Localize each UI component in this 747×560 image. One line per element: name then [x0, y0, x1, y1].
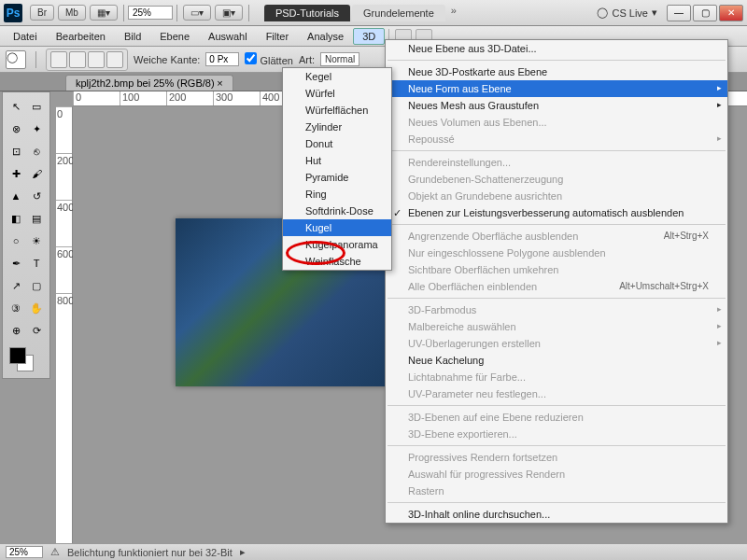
- art-select[interactable]: Normal: [320, 52, 359, 66]
- mode-new[interactable]: [50, 51, 67, 68]
- workspace-tab-psd-tutorials[interactable]: PSD-Tutorials: [264, 5, 350, 21]
- menu3d-item: Rendereinstellungen...: [386, 154, 727, 171]
- menu3d-item: Grundebenen-Schattenerzeugung: [386, 171, 727, 188]
- menu-3d[interactable]: 3D: [353, 28, 385, 45]
- zoom-level[interactable]: 25%: [128, 6, 173, 20]
- view-extras-button[interactable]: ▦▾: [90, 5, 118, 21]
- menu-bearbeiten[interactable]: Bearbeiten: [47, 28, 115, 45]
- menu3d-item: 3D-Ebene exportieren...: [386, 426, 727, 442]
- workspace-more-icon[interactable]: »: [451, 5, 457, 21]
- menu3d-item: Repoussé: [386, 131, 727, 147]
- submenu-item-donut[interactable]: Donut: [283, 135, 391, 152]
- titlebar: Ps Br Mb ▦▾ 25% ▭▾ ▣▾ PSD-Tutorials Grun…: [0, 0, 747, 26]
- tool-gradient[interactable]: ▤: [27, 208, 46, 229]
- toolbox: ↖▭⊗✦⊡⎋✚🖌▲↺◧▤○☀✒T↗▢③✋⊕⟳: [2, 91, 50, 379]
- feather-input[interactable]: [205, 52, 239, 66]
- mode-intersect[interactable]: [106, 51, 123, 68]
- menu3d-item[interactable]: Ebenen zur Leistungsverbesserung automat…: [386, 204, 727, 221]
- tool-dodge[interactable]: ☀: [27, 231, 46, 251]
- cslive-icon: ◯: [597, 7, 608, 19]
- menu-analyse[interactable]: Analyse: [298, 28, 353, 45]
- tool-zoom[interactable]: ⊕: [7, 320, 25, 341]
- status-message: Belichtung funktioniert nur bei 32-Bit: [67, 547, 233, 558]
- menu3d-item[interactable]: 3D-Inhalt online durchsuchen...: [386, 506, 727, 523]
- menu-ebene[interactable]: Ebene: [150, 28, 199, 45]
- tool-lasso[interactable]: ⊗: [7, 119, 25, 139]
- submenu-item-weinflasche[interactable]: Weinflasche: [283, 253, 391, 270]
- tool-wand[interactable]: ✦: [27, 119, 46, 139]
- status-zoom-input[interactable]: [6, 546, 43, 558]
- tool-history[interactable]: ↺: [27, 186, 46, 206]
- minimize-button[interactable]: —: [667, 5, 691, 21]
- menu-3d-dropdown: Neue Ebene aus 3D-Datei...Neue 3D-Postka…: [385, 39, 728, 524]
- bridge-button[interactable]: Br: [30, 5, 54, 21]
- menu3d-item[interactable]: Neue Ebene aus 3D-Datei...: [386, 40, 727, 57]
- tool-eraser[interactable]: ◧: [7, 208, 25, 229]
- menu3d-item: Neues Volumen aus Ebenen...: [386, 114, 727, 131]
- screen-mode-button[interactable]: ▣▾: [215, 5, 243, 21]
- menu3d-item[interactable]: Neue Kachelung: [386, 352, 727, 369]
- menu3d-item: Malbereiche auswählen: [386, 318, 727, 335]
- tool-rotate[interactable]: ⟳: [27, 320, 46, 341]
- arrange-button[interactable]: ▭▾: [183, 5, 211, 21]
- submenu-item-kugel[interactable]: Kugel: [283, 219, 391, 236]
- tool-path[interactable]: ↗: [7, 275, 25, 296]
- tool-heal[interactable]: ✚: [7, 163, 25, 184]
- tool-move[interactable]: ↖: [7, 96, 25, 117]
- menu3d-item[interactable]: Neue 3D-Postkarte aus Ebene: [386, 63, 727, 80]
- submenu-item-softdrinkdose[interactable]: Softdrink-Dose: [283, 203, 391, 219]
- tool-3d[interactable]: ③: [7, 298, 25, 318]
- cslive-label[interactable]: CS Live: [612, 7, 648, 19]
- submenu-item-ring[interactable]: Ring: [283, 186, 391, 203]
- app-logo: Ps: [4, 4, 22, 22]
- mode-add[interactable]: [69, 51, 86, 68]
- tool-type[interactable]: T: [27, 253, 46, 273]
- tool-marquee[interactable]: ▭: [27, 96, 46, 117]
- menu-auswahl[interactable]: Auswahl: [199, 28, 257, 45]
- document-tab[interactable]: kplj2th2.bmp bei 25% (RGB/8) ×: [65, 75, 233, 91]
- minibridge-button[interactable]: Mb: [58, 5, 86, 21]
- submenu-item-wrfelflchen[interactable]: Würfelflächen: [283, 102, 391, 119]
- tool-hand[interactable]: ✋: [27, 298, 46, 318]
- menu3d-item[interactable]: Neue Form aus Ebene: [386, 80, 727, 97]
- foreground-color[interactable]: [9, 347, 26, 364]
- menu3d-item: Auswahl für progressives Rendern: [386, 466, 727, 483]
- chevron-down-icon[interactable]: ▾: [652, 7, 657, 19]
- antialias-checkbox[interactable]: Glätten: [245, 52, 293, 66]
- maximize-button[interactable]: ▢: [693, 5, 717, 21]
- submenu-neue-form: KegelWürfelWürfelflächenZylinderDonutHut…: [282, 67, 392, 271]
- close-button[interactable]: ✕: [719, 5, 743, 21]
- menu3d-item: Angrenzende Oberfläche ausblendenAlt+Str…: [386, 228, 727, 245]
- tool-blur[interactable]: ○: [7, 231, 25, 251]
- menu-bild[interactable]: Bild: [115, 28, 150, 45]
- menu-filter[interactable]: Filter: [257, 28, 298, 45]
- tool-brush[interactable]: 🖌: [27, 163, 46, 184]
- menu3d-item: Progressives Rendern fortsetzen: [386, 449, 727, 466]
- submenu-item-hut[interactable]: Hut: [283, 152, 391, 169]
- tool-crop[interactable]: ⊡: [7, 141, 25, 161]
- menu3d-item: Objekt an Grundebene ausrichten: [386, 188, 727, 204]
- art-label: Art:: [299, 54, 315, 65]
- submenu-item-kegel[interactable]: Kegel: [283, 68, 391, 85]
- close-tab-icon[interactable]: ×: [217, 77, 222, 89]
- submenu-item-zylinder[interactable]: Zylinder: [283, 119, 391, 135]
- feather-label: Weiche Kante:: [134, 54, 200, 65]
- mode-subtract[interactable]: [88, 51, 105, 68]
- status-info-icon[interactable]: ⚠: [50, 546, 60, 558]
- tool-shape[interactable]: ▢: [27, 275, 46, 296]
- workspace-tab-grundelemente[interactable]: Grundelemente: [352, 5, 445, 21]
- color-swatches[interactable]: [6, 347, 47, 375]
- menu-datei[interactable]: Datei: [4, 28, 47, 45]
- menu3d-item: Rastern: [386, 483, 727, 499]
- status-arrow-icon[interactable]: ▸: [240, 546, 246, 558]
- submenu-item-kugelpanorama[interactable]: Kugelpanorama: [283, 236, 391, 253]
- submenu-item-pyramide[interactable]: Pyramide: [283, 169, 391, 186]
- tool-eyedrop[interactable]: ⎋: [27, 141, 46, 161]
- tool-pen[interactable]: ✒: [7, 253, 25, 273]
- menu3d-item[interactable]: Neues Mesh aus Graustufen: [386, 97, 727, 114]
- menu3d-item: 3D-Ebenen auf eine Ebene reduzieren: [386, 409, 727, 426]
- tool-preset[interactable]: ◯: [6, 50, 26, 69]
- menu3d-item: UV-Parameter neu festlegen...: [386, 385, 727, 402]
- submenu-item-wrfel[interactable]: Würfel: [283, 85, 391, 102]
- tool-stamp[interactable]: ▲: [7, 186, 25, 206]
